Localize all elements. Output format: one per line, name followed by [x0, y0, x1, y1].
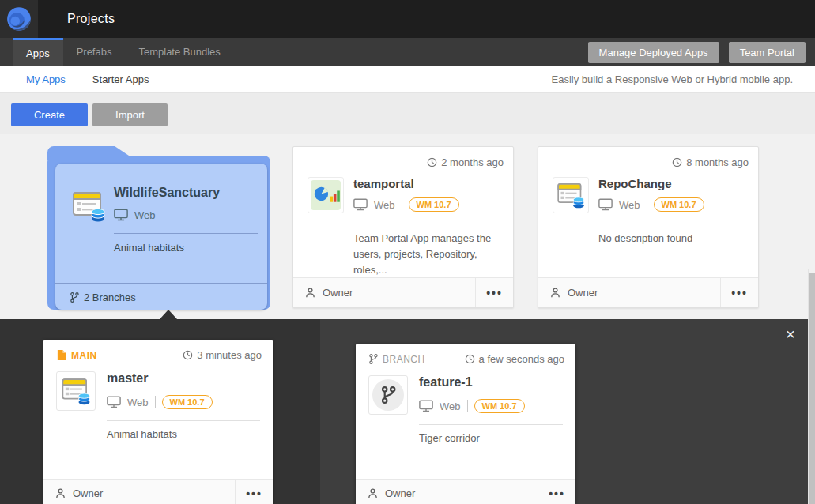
card-menu-button[interactable]: ••• [475, 278, 513, 307]
content-area: WildlifeSanctuary Web Animal habitats [0, 134, 815, 504]
last-modified: a few seconds ago [465, 353, 564, 365]
projects-page: Projects Apps Prefabs Template Bundles M… [0, 0, 815, 504]
git-branch-icon [380, 386, 396, 404]
app-icon-box [553, 177, 589, 213]
project-card-teamportal[interactable]: 2 months ago teamportal Web [292, 146, 514, 308]
clock-icon [672, 157, 682, 167]
branch-badge-label: BRANCH [383, 354, 425, 365]
manage-deployed-apps-button[interactable]: Manage Deployed Apps [588, 42, 719, 63]
person-icon [304, 287, 316, 299]
monitor-icon [353, 198, 368, 211]
git-branch-icon [70, 291, 79, 303]
owner-label: Owner [323, 287, 353, 299]
project-description: Team Portal App manages the users, proje… [353, 231, 500, 278]
tabsbar-actions: Manage Deployed Apps Team Portal [588, 42, 806, 63]
git-branch-icon [368, 353, 378, 365]
divider [598, 224, 747, 224]
platform-row: Web WM 10.7 [107, 395, 213, 409]
sub-nav: My Apps Starter Apps [13, 66, 162, 93]
branch-title: feature-1 [419, 375, 473, 389]
clock-icon [183, 350, 193, 360]
close-overlay-button[interactable]: × [786, 325, 795, 342]
owner-row: Owner [304, 278, 353, 307]
main-badge: MAIN [56, 349, 97, 361]
divider [155, 396, 156, 408]
charts-app-icon [311, 180, 341, 210]
owner-label: Owner [568, 287, 598, 299]
project-description: No description found [598, 231, 745, 246]
branch-circle [372, 379, 404, 411]
app-icon-box [308, 177, 344, 213]
main-badge-label: MAIN [71, 350, 97, 361]
branches-label: 2 Branches [84, 291, 136, 303]
tabs-bar: Apps Prefabs Template Bundles Manage Dep… [0, 38, 815, 66]
tab-template-bundles[interactable]: Template Bundles [125, 38, 233, 66]
wm-version-badge: WM 10.7 [654, 197, 704, 212]
owner-row: Owner [367, 480, 415, 504]
vertical-scrollbar[interactable] [808, 269, 815, 504]
card-footer: Owner ••• [43, 479, 273, 504]
app-window-db-icon [555, 179, 587, 211]
card-menu-button[interactable]: ••• [235, 480, 273, 504]
import-button[interactable]: Import [92, 103, 168, 126]
owner-row: Owner [55, 480, 103, 504]
sub-nav-bar: My Apps Starter Apps Easily build a Resp… [0, 66, 815, 93]
last-modified: 3 minutes ago [183, 349, 262, 361]
platform-row: Web WM 10.7 [598, 197, 704, 212]
app-window-db-icon [59, 374, 92, 408]
branch-card-feature-1[interactable]: BRANCH a few seconds ago [356, 344, 575, 504]
clock-icon [427, 157, 437, 167]
divider [107, 420, 260, 421]
app-icon-box [56, 371, 96, 411]
ellipsis-icon: ••• [731, 287, 748, 299]
project-title: teamportal [353, 177, 414, 190]
monitor-icon [107, 396, 121, 408]
scrollbar-thumb[interactable] [809, 273, 815, 504]
last-modified: 8 months ago [672, 156, 749, 168]
wavemaker-logo[interactable] [0, 0, 38, 38]
folder-front-card: WildlifeSanctuary Web Animal habitats [55, 164, 267, 310]
platform-label: Web [440, 401, 461, 412]
monitor-icon [419, 400, 433, 412]
branch-card-master[interactable]: MAIN 3 minutes ago [43, 340, 273, 504]
card-footer: Owner ••• [356, 479, 575, 504]
platform-label: Web [619, 199, 640, 211]
person-icon [55, 487, 66, 499]
branches-overlay: × MAIN 3 minutes ago [0, 319, 808, 504]
owner-label: Owner [73, 487, 103, 499]
wm-version-badge: WM 10.7 [409, 197, 459, 212]
project-card-wildlifesanctuary[interactable]: WildlifeSanctuary Web Animal habitats [47, 146, 270, 310]
wave-logo-icon [6, 6, 32, 32]
create-button[interactable]: Create [11, 103, 88, 126]
tab-apps[interactable]: Apps [13, 38, 63, 66]
clock-icon [465, 354, 475, 364]
platform-label: Web [134, 209, 156, 221]
platform-row: Web [114, 209, 156, 221]
divider [353, 224, 502, 224]
actions-bar: Create Import [0, 93, 815, 134]
project-title: WildlifeSanctuary [114, 186, 220, 200]
wm-version-badge: WM 10.7 [474, 399, 525, 413]
ellipsis-icon: ••• [246, 487, 262, 500]
card-menu-button[interactable]: ••• [720, 278, 758, 307]
subnav-starter-apps[interactable]: Starter Apps [79, 66, 163, 93]
team-portal-button[interactable]: Team Portal [729, 42, 806, 63]
page-title: Projects [67, 0, 115, 38]
time-label: 3 minutes ago [197, 349, 262, 361]
tagline-text: Easily build a Responsive Web or Hybrid … [552, 66, 793, 93]
project-card-repochange[interactable]: 8 months ago RepoChange [538, 146, 759, 308]
monitor-icon [598, 198, 613, 211]
app-window-db-icon [70, 187, 108, 228]
branch-description: Tiger corridor [419, 432, 480, 444]
branches-count[interactable]: 2 Branches [70, 291, 136, 303]
time-label: a few seconds ago [479, 353, 564, 365]
platform-label: Web [127, 397, 149, 408]
last-modified: 2 months ago [427, 156, 504, 168]
card-menu-button[interactable]: ••• [538, 480, 575, 504]
wm-version-badge: WM 10.7 [162, 395, 213, 409]
divider [419, 424, 563, 425]
time-label: 2 months ago [441, 156, 504, 168]
subnav-my-apps[interactable]: My Apps [13, 66, 79, 93]
branch-title: master [107, 371, 148, 386]
tab-prefabs[interactable]: Prefabs [63, 38, 126, 66]
